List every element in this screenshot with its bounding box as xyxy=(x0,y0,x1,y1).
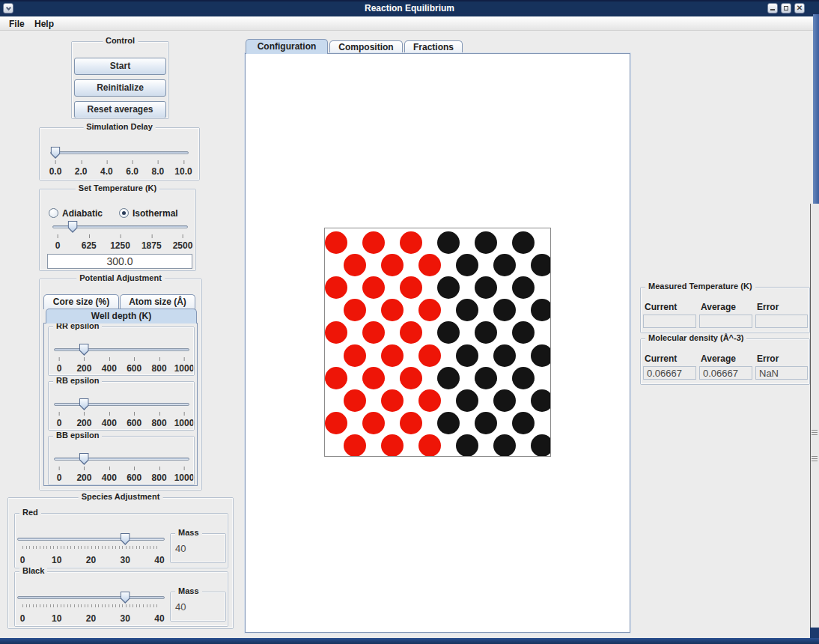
slider-thumb[interactable] xyxy=(121,533,130,545)
red-mass-value[interactable]: 40 xyxy=(175,543,186,554)
title-bar: Reaction Equilibrium ✕ xyxy=(0,0,819,14)
slider-track[interactable] xyxy=(54,348,189,351)
red-count-slider[interactable]: 010203040 xyxy=(22,533,159,568)
slider-tick-label: 10 xyxy=(52,613,61,624)
red-atom xyxy=(418,299,441,321)
slider-thumb[interactable] xyxy=(68,221,78,233)
slider-tick-label: 0 xyxy=(55,240,61,251)
red-atom xyxy=(381,254,404,276)
red-atom xyxy=(381,299,404,321)
slider-thumb[interactable] xyxy=(79,344,89,356)
slider-tick-label: 0.0 xyxy=(49,166,62,177)
slider-track[interactable] xyxy=(54,403,189,406)
black-atom xyxy=(475,231,497,254)
tab-configuration[interactable]: Configuration xyxy=(246,39,328,54)
adiabatic-radio[interactable] xyxy=(49,208,58,218)
close-icon: ✕ xyxy=(795,4,804,13)
main-content: Control Start Reinitialize Reset average… xyxy=(0,31,814,638)
rb-epsilon-slider[interactable]: 02004006008001000 xyxy=(59,398,184,428)
slider-tick-label: 600 xyxy=(127,473,141,483)
slider-track[interactable] xyxy=(17,596,165,599)
slider-thumb[interactable] xyxy=(79,453,89,465)
scrollbar-mark xyxy=(812,430,818,436)
minimize-icon xyxy=(770,9,775,10)
black-atom xyxy=(493,344,516,367)
md-error-label: Error xyxy=(757,353,779,364)
slider-thumb[interactable] xyxy=(79,398,89,410)
simulation-delay-slider[interactable]: 0.02.04.06.08.010.0 xyxy=(55,147,183,178)
minor-ticks xyxy=(22,604,159,607)
tab-atom-size[interactable]: Atom size (Å) xyxy=(120,294,195,309)
app-window: Reaction Equilibrium ✕ File Help Control… xyxy=(0,0,819,644)
start-button[interactable]: Start xyxy=(74,58,166,75)
adiabatic-label[interactable]: Adiabatic xyxy=(62,208,103,219)
black-atom xyxy=(493,299,516,321)
red-atom xyxy=(400,231,422,254)
tab-composition[interactable]: Composition xyxy=(329,40,403,54)
bb-epsilon-group: BB epsilon 02004006008001000 xyxy=(48,436,195,485)
rr-epsilon-slider[interactable]: 02004006008001000 xyxy=(59,344,184,374)
scrollbar-track[interactable] xyxy=(810,204,819,628)
slider-tick-label: 800 xyxy=(152,418,167,428)
black-atom xyxy=(493,254,516,276)
maximize-icon xyxy=(784,6,788,10)
black-atom xyxy=(456,299,478,321)
bb-epsilon-slider[interactable]: 02004006008001000 xyxy=(59,453,184,483)
slider-track[interactable] xyxy=(17,538,165,541)
slider-thumb[interactable] xyxy=(121,592,130,604)
particle-canvas[interactable] xyxy=(324,228,551,457)
red-atom xyxy=(362,231,385,254)
minimize-button[interactable] xyxy=(767,3,778,13)
simulation-delay-group: Simulation Delay 0.02.04.06.08.010.0 xyxy=(39,127,200,180)
close-button[interactable]: ✕ xyxy=(794,3,805,13)
slider-tick-label: 4.0 xyxy=(100,166,113,177)
black-mass-value[interactable]: 40 xyxy=(175,601,186,613)
window-bottom-border xyxy=(0,638,819,644)
control-group: Control Start Reinitialize Reset average… xyxy=(71,41,169,119)
menu-file[interactable]: File xyxy=(6,18,28,30)
maximize-button[interactable] xyxy=(781,3,791,13)
well-depth-panel: RR epsilon 02004006008001000 RB epsilon … xyxy=(43,323,198,486)
temperature-input[interactable]: 300.0 xyxy=(47,254,192,269)
black-atom xyxy=(493,434,516,457)
red-atom xyxy=(344,389,366,412)
slider-tick-label: 600 xyxy=(127,363,141,374)
configuration-panel xyxy=(245,53,630,633)
rr-epsilon-group: RR epsilon 02004006008001000 xyxy=(48,326,195,376)
minor-ticks xyxy=(22,546,159,549)
slider-labels: 02004006008001000 xyxy=(59,418,184,428)
red-atom xyxy=(325,321,347,344)
slider-tick-label: 400 xyxy=(102,418,117,428)
red-atom xyxy=(400,276,422,299)
isothermal-radio[interactable] xyxy=(119,208,129,218)
black-count-slider[interactable]: 010203040 xyxy=(22,592,159,626)
reset-averages-button[interactable]: Reset averages xyxy=(74,101,166,118)
red-atom xyxy=(362,321,385,344)
red-species-title: Red xyxy=(19,508,41,517)
slider-track[interactable] xyxy=(50,151,189,154)
black-atom xyxy=(475,412,497,434)
black-atom xyxy=(456,389,478,412)
red-atom xyxy=(381,434,404,457)
slider-tick-label: 0 xyxy=(57,363,62,374)
set-temperature-group: Set Temperature (K) Adiabatic Isothermal… xyxy=(39,189,196,271)
red-atom xyxy=(400,321,422,344)
tab-core-size[interactable]: Core size (%) xyxy=(43,294,119,309)
slider-tick-label: 10.0 xyxy=(174,166,192,177)
black-atom xyxy=(512,276,535,299)
tab-well-depth[interactable]: Well depth (K) xyxy=(46,309,197,323)
black-mass-group: Mass 40 xyxy=(170,592,226,622)
red-atom xyxy=(362,412,385,434)
simulation-delay-title: Simulation Delay xyxy=(83,122,156,131)
black-atom xyxy=(475,321,497,344)
rb-epsilon-group: RB epsilon 02004006008001000 xyxy=(48,381,195,431)
slider-tick-label: 0 xyxy=(20,555,25,565)
menu-help[interactable]: Help xyxy=(31,18,57,30)
slider-track[interactable] xyxy=(54,458,189,461)
temperature-slider[interactable]: 0625125018752500 xyxy=(58,221,183,252)
slider-labels: 010203040 xyxy=(22,555,159,565)
tab-fractions[interactable]: Fractions xyxy=(404,40,463,54)
isothermal-label[interactable]: Isothermal xyxy=(133,208,178,219)
reinitialize-button[interactable]: Reinitialize xyxy=(74,79,166,97)
slider-thumb[interactable] xyxy=(51,147,61,159)
